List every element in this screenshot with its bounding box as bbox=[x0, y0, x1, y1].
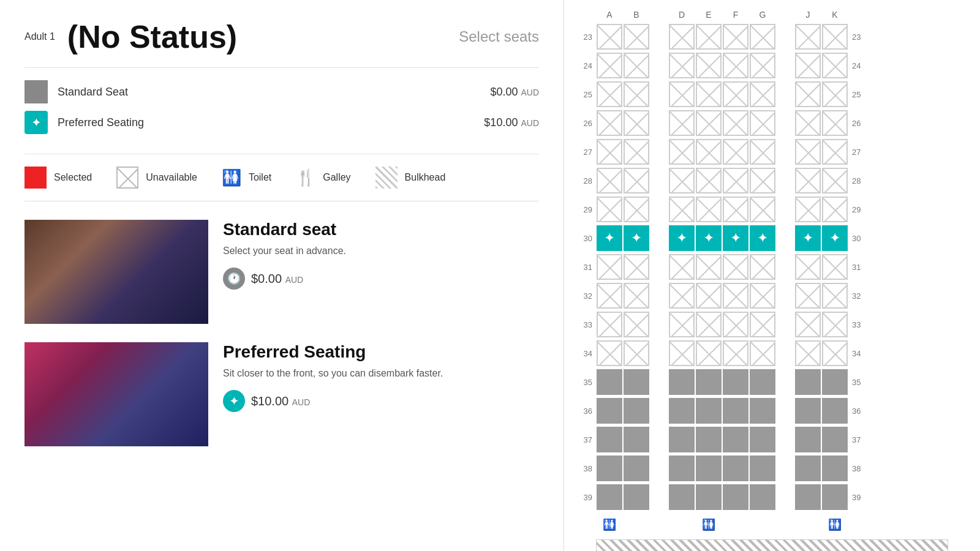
seat-unavail-24[interactable] bbox=[624, 53, 649, 78]
seat-gray-38[interactable] bbox=[696, 455, 722, 481]
seat-unavail-29[interactable] bbox=[696, 197, 722, 222]
seat-unavail-29[interactable] bbox=[669, 197, 695, 222]
seat-unavail-34[interactable] bbox=[822, 340, 848, 366]
seat-unavail-25[interactable] bbox=[822, 81, 848, 107]
seat-unavail-23[interactable] bbox=[723, 24, 748, 50]
seat-unavail-23[interactable] bbox=[795, 24, 821, 50]
seat-gray-39[interactable] bbox=[795, 484, 821, 510]
seat-unavail-26[interactable] bbox=[696, 110, 722, 136]
seat-unavail-32[interactable] bbox=[696, 283, 722, 309]
seat-gray-36[interactable] bbox=[750, 398, 775, 424]
seat-unavail-28[interactable] bbox=[750, 168, 775, 193]
seat-unavail-34[interactable] bbox=[723, 340, 748, 366]
seat-preferred-30[interactable]: ✦ bbox=[669, 225, 695, 251]
seat-unavail-23[interactable] bbox=[669, 24, 695, 50]
seat-unavail-28[interactable] bbox=[795, 168, 821, 193]
seat-unavail-32[interactable] bbox=[822, 283, 848, 309]
seat-preferred-30[interactable]: ✦ bbox=[696, 225, 722, 251]
seat-unavail-27[interactable] bbox=[669, 139, 695, 165]
seat-gray-38[interactable] bbox=[795, 455, 821, 481]
seat-gray-35[interactable] bbox=[723, 369, 748, 395]
seat-unavail-31[interactable] bbox=[750, 254, 775, 280]
seat-unavail-34[interactable] bbox=[624, 340, 649, 366]
seat-gray-37[interactable] bbox=[723, 427, 748, 452]
seat-unavail-27[interactable] bbox=[822, 139, 848, 165]
seat-unavail-25[interactable] bbox=[597, 81, 622, 107]
seat-preferred-30[interactable]: ✦ bbox=[822, 225, 848, 251]
seat-unavail-24[interactable] bbox=[723, 53, 748, 78]
seat-unavail-32[interactable] bbox=[795, 283, 821, 309]
seat-unavail-23[interactable] bbox=[624, 24, 649, 50]
seat-gray-39[interactable] bbox=[669, 484, 695, 510]
seat-gray-36[interactable] bbox=[696, 398, 722, 424]
seat-unavail-29[interactable] bbox=[624, 197, 649, 222]
seat-unavail-25[interactable] bbox=[795, 81, 821, 107]
seat-preferred-30[interactable]: ✦ bbox=[750, 225, 775, 251]
seat-gray-38[interactable] bbox=[597, 455, 622, 481]
seat-unavail-33[interactable] bbox=[624, 312, 649, 337]
seat-unavail-33[interactable] bbox=[669, 312, 695, 337]
seat-unavail-28[interactable] bbox=[723, 168, 748, 193]
seat-unavail-34[interactable] bbox=[795, 340, 821, 366]
seat-unavail-34[interactable] bbox=[696, 340, 722, 366]
seat-gray-38[interactable] bbox=[669, 455, 695, 481]
seat-unavail-28[interactable] bbox=[624, 168, 649, 193]
seat-unavail-32[interactable] bbox=[669, 283, 695, 309]
seat-unavail-27[interactable] bbox=[750, 139, 775, 165]
seat-unavail-29[interactable] bbox=[750, 197, 775, 222]
seat-gray-36[interactable] bbox=[669, 398, 695, 424]
seat-unavail-27[interactable] bbox=[795, 139, 821, 165]
seat-gray-38[interactable] bbox=[723, 455, 748, 481]
seat-unavail-25[interactable] bbox=[723, 81, 748, 107]
seat-unavail-32[interactable] bbox=[597, 283, 622, 309]
seat-unavail-31[interactable] bbox=[696, 254, 722, 280]
seat-unavail-34[interactable] bbox=[669, 340, 695, 366]
seat-gray-36[interactable] bbox=[597, 398, 622, 424]
seat-unavail-26[interactable] bbox=[597, 110, 622, 136]
seat-unavail-32[interactable] bbox=[750, 283, 775, 309]
seat-gray-36[interactable] bbox=[723, 398, 748, 424]
seat-unavail-26[interactable] bbox=[624, 110, 649, 136]
seat-unavail-27[interactable] bbox=[723, 139, 748, 165]
seat-unavail-33[interactable] bbox=[795, 312, 821, 337]
seat-gray-39[interactable] bbox=[750, 484, 775, 510]
seat-unavail-24[interactable] bbox=[597, 53, 622, 78]
seat-unavail-27[interactable] bbox=[624, 139, 649, 165]
seat-unavail-33[interactable] bbox=[822, 312, 848, 337]
seat-unavail-29[interactable] bbox=[822, 197, 848, 222]
seat-unavail-23[interactable] bbox=[750, 24, 775, 50]
seat-unavail-23[interactable] bbox=[696, 24, 722, 50]
seat-unavail-28[interactable] bbox=[696, 168, 722, 193]
seat-unavail-29[interactable] bbox=[723, 197, 748, 222]
seat-unavail-29[interactable] bbox=[795, 197, 821, 222]
seat-unavail-25[interactable] bbox=[696, 81, 722, 107]
seat-unavail-31[interactable] bbox=[669, 254, 695, 280]
seat-gray-35[interactable] bbox=[822, 369, 848, 395]
seat-unavail-23[interactable] bbox=[597, 24, 622, 50]
seat-gray-39[interactable] bbox=[597, 484, 622, 510]
seat-unavail-25[interactable] bbox=[750, 81, 775, 107]
seat-unavail-33[interactable] bbox=[597, 312, 622, 337]
seat-gray-39[interactable] bbox=[624, 484, 649, 510]
seat-preferred-30[interactable]: ✦ bbox=[597, 225, 622, 251]
seat-gray-39[interactable] bbox=[723, 484, 748, 510]
seat-unavail-31[interactable] bbox=[723, 254, 748, 280]
seat-gray-35[interactable] bbox=[795, 369, 821, 395]
seat-gray-37[interactable] bbox=[597, 427, 622, 452]
seat-gray-38[interactable] bbox=[750, 455, 775, 481]
seat-unavail-31[interactable] bbox=[822, 254, 848, 280]
seat-unavail-32[interactable] bbox=[723, 283, 748, 309]
seat-unavail-33[interactable] bbox=[696, 312, 722, 337]
seat-unavail-25[interactable] bbox=[624, 81, 649, 107]
seat-gray-37[interactable] bbox=[624, 427, 649, 452]
seat-unavail-34[interactable] bbox=[597, 340, 622, 366]
seat-unavail-26[interactable] bbox=[723, 110, 748, 136]
seat-gray-37[interactable] bbox=[696, 427, 722, 452]
seat-unavail-31[interactable] bbox=[795, 254, 821, 280]
seat-gray-37[interactable] bbox=[750, 427, 775, 452]
seat-preferred-30[interactable]: ✦ bbox=[723, 225, 748, 251]
seat-unavail-28[interactable] bbox=[669, 168, 695, 193]
seat-unavail-28[interactable] bbox=[597, 168, 622, 193]
seat-unavail-26[interactable] bbox=[795, 110, 821, 136]
seat-unavail-32[interactable] bbox=[624, 283, 649, 309]
